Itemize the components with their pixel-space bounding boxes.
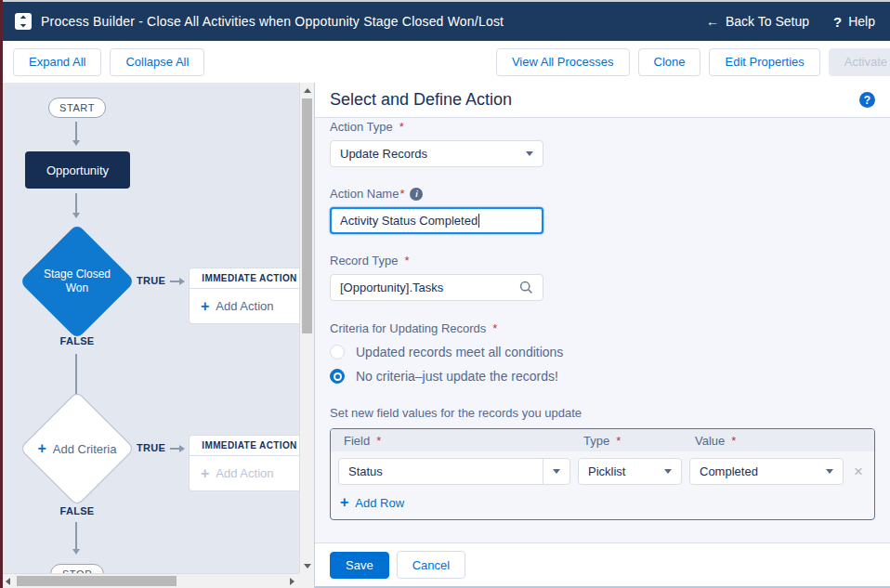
screen-left-edge-strip [0,0,3,588]
type-select[interactable]: Picklist [578,458,682,485]
action-panel: Select and Define Action ? Action Type* … [315,83,890,588]
cancel-button[interactable]: Cancel [397,551,465,579]
value-column-label: Value* [689,434,867,448]
scroll-up-button[interactable] [300,83,315,98]
criteria-node-stage-closed-won[interactable] [20,224,135,339]
plus-icon: + [38,441,46,456]
connector-arrow [170,281,182,282]
clone-button[interactable]: Clone [638,48,701,76]
criteria-option-conditions[interactable]: Updated records meet all conditions [330,345,875,359]
process-builder-icon [15,13,32,30]
horizontal-scroll-thumb[interactable] [17,576,177,586]
panel-title: Select and Define Action [330,90,512,110]
object-node-opportunity[interactable]: Opportunity [25,151,130,189]
panel-footer: Save Cancel [315,542,890,586]
type-column-label: Type* [578,434,689,448]
add-row-link[interactable]: + Add Row [331,489,874,519]
radio-unselected-icon[interactable] [330,345,345,359]
field-values-intro: Set new field values for the records you… [330,406,875,420]
connector-arrow [170,448,182,450]
vertical-scroll-thumb[interactable] [302,98,312,333]
immediate-actions-box-1: IMMEDIATE ACTION + Add Action [189,268,310,324]
field-values-header-row: Field* Type* Value* [331,429,874,451]
action-name-label: Action Name* i [330,187,875,201]
immediate-actions-header: IMMEDIATE ACTION [190,268,309,289]
action-type-label: Action Type* [330,120,875,134]
help-question-icon: ? [833,14,842,30]
radio-selected-icon[interactable] [330,369,345,384]
scroll-right-button[interactable] [284,574,299,588]
panel-header: Select and Define Action ? [315,83,890,118]
plus-icon: + [340,495,348,510]
toolbar: Expand All Collapse All View All Process… [0,41,890,83]
process-canvas: START Opportunity Stage Closed Won TRUE … [0,83,315,588]
connector-arrow [75,522,77,552]
text-cursor [478,214,479,228]
field-values-row: Status Picklist Completed × [331,451,874,489]
chevron-down-icon [526,151,533,160]
plus-icon: + [201,299,209,314]
criteria-label: Criteria for Updating Records* [330,321,875,335]
chevron-down-icon [826,469,833,477]
criteria-option-no-criteria[interactable]: No criteria–just update the records! [330,369,875,384]
immediate-actions-header: IMMEDIATE ACTION [190,436,309,456]
canvas-vertical-scrollbar[interactable] [299,83,314,573]
panel-help-icon[interactable]: ? [859,92,875,108]
add-criteria-link[interactable]: + Add Criteria [38,441,117,456]
add-action-link-1[interactable]: + Add Action [190,289,309,323]
immediate-actions-box-2: IMMEDIATE ACTION + Add Action [189,435,310,491]
remove-row-icon[interactable]: × [851,464,866,479]
add-action-link-2-disabled[interactable]: + Add Action [190,456,309,490]
false-label-1: FALSE [37,335,117,346]
app-header: Process Builder - Close All Activities w… [0,2,890,41]
save-button[interactable]: Save [330,552,389,579]
scroll-down-button[interactable] [300,558,315,573]
info-icon[interactable]: i [410,188,423,201]
page-title: Process Builder - Close All Activities w… [41,14,504,29]
field-select[interactable]: Status [338,458,570,485]
false-label-2: FALSE [37,505,117,516]
chevron-down-icon [664,469,672,477]
action-type-select[interactable]: Update Records [330,140,543,167]
action-name-input[interactable]: Activity Status Completed [330,207,543,234]
canvas-horizontal-scrollbar[interactable] [0,573,299,588]
field-values-card: Field* Type* Value* Status Pickli [330,428,875,520]
chevron-down-icon [543,459,569,484]
back-arrow-icon: ← [706,14,719,29]
activate-button[interactable]: Activate [829,48,890,76]
record-type-label: Record Type* [330,254,875,268]
view-all-processes-button[interactable]: View All Processes [496,48,630,76]
search-icon [519,281,533,294]
collapse-all-button[interactable]: Collapse All [110,48,204,76]
back-to-setup-link[interactable]: ← Back To Setup [706,14,809,29]
scrollbar-corner [299,573,315,588]
value-select[interactable]: Completed [689,458,844,485]
action-form: Action Type* Update Records Action Name*… [315,118,890,542]
help-link[interactable]: ? Help [833,14,875,30]
plus-icon: + [201,466,209,481]
connector-arrow [75,193,77,216]
connector-arrow [75,122,77,143]
record-type-search-input[interactable]: [Opportunity].Tasks [330,274,543,301]
edit-properties-button[interactable]: Edit Properties [709,48,819,76]
true-label-1: TRUE [137,275,165,286]
start-node: START [48,98,106,118]
expand-all-button[interactable]: Expand All [13,48,101,76]
true-label-2: TRUE [137,442,165,453]
field-column-label: Field* [338,434,578,448]
